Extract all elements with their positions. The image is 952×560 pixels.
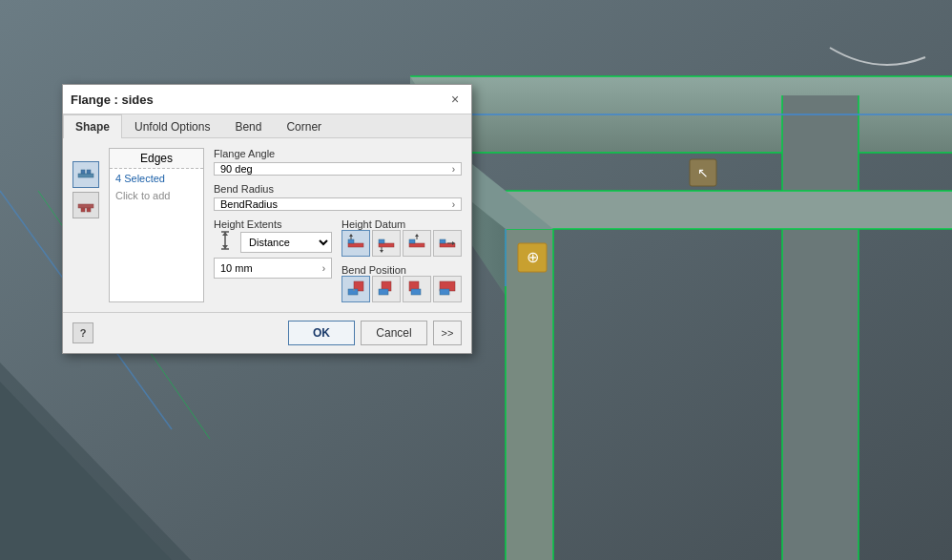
bend-radius-group: Bend Radius BendRadius ›	[214, 183, 462, 211]
svg-text:↖: ↖	[697, 165, 709, 180]
svg-rect-53	[348, 289, 358, 295]
bend-position-label: Bend Position	[341, 264, 462, 276]
svg-rect-45	[409, 239, 415, 243]
flange-angle-dropdown[interactable]: 90 deg ›	[214, 162, 462, 176]
svg-rect-58	[411, 289, 421, 295]
edges-panel: Edges 4 Selected Click to add	[109, 148, 204, 302]
bend-radius-value: BendRadius	[220, 198, 278, 210]
svg-rect-41	[379, 239, 384, 243]
height-value-input[interactable]: 10 mm ›	[214, 258, 332, 279]
svg-rect-30	[87, 208, 91, 212]
left-icon-panel	[72, 148, 99, 302]
height-icon	[214, 230, 237, 254]
close-button[interactable]: ×	[446, 91, 464, 108]
ok-button[interactable]: OK	[288, 321, 355, 345]
svg-marker-43	[380, 250, 383, 253]
middle-section: Height Extents Distan	[214, 218, 462, 302]
dialog-title: Flange : sides	[71, 93, 154, 107]
dialog-footer: ? OK Cancel >>	[63, 312, 471, 353]
dialog-titlebar: Flange : sides ×	[63, 85, 471, 114]
svg-rect-36	[348, 243, 363, 247]
svg-rect-56	[379, 289, 388, 295]
bend-position-section: Bend Position	[341, 264, 462, 302]
bend-radius-label: Bend Radius	[214, 183, 462, 195]
svg-rect-26	[81, 170, 85, 174]
svg-text:⊕: ⊕	[527, 249, 539, 265]
flange-type-button-2[interactable]	[72, 192, 99, 218]
bend-position-btn-2[interactable]	[372, 276, 401, 302]
bend-radius-dropdown[interactable]: BendRadius ›	[214, 197, 462, 211]
height-datum-btn-1[interactable]	[341, 230, 370, 257]
tab-shape[interactable]: Shape	[63, 114, 122, 138]
svg-marker-39	[349, 234, 353, 237]
dialog-body: Edges 4 Selected Click to add Flange Ang…	[63, 138, 471, 312]
bend-radius-arrow: ›	[452, 199, 455, 210]
svg-rect-25	[78, 174, 93, 177]
edges-header: Edges	[110, 149, 203, 169]
svg-rect-27	[87, 170, 91, 174]
edges-click-to-add[interactable]: Click to add	[110, 188, 203, 203]
height-extents-col: Height Extents Distan	[214, 218, 332, 302]
svg-rect-49	[440, 239, 445, 243]
tab-bend[interactable]: Bend	[222, 114, 274, 138]
flange-angle-group: Flange Angle 90 deg ›	[214, 148, 462, 176]
bend-position-btn-4[interactable]	[433, 276, 462, 302]
cancel-button[interactable]: Cancel	[361, 321, 427, 345]
flange-angle-value: 90 deg	[220, 163, 253, 175]
svg-marker-13	[506, 191, 952, 229]
height-datum-col: Height Datum	[341, 218, 462, 302]
bend-position-group	[341, 276, 462, 302]
flange-angle-arrow: ›	[452, 164, 455, 175]
svg-rect-29	[81, 208, 85, 212]
svg-rect-40	[379, 243, 394, 247]
svg-marker-7	[506, 229, 553, 560]
height-value-arrow: ›	[322, 263, 325, 274]
bend-position-btn-1[interactable]	[341, 276, 370, 302]
right-panel: Flange Angle 90 deg › Bend Radius BendRa…	[214, 148, 462, 302]
bend-position-btn-3[interactable]	[403, 276, 431, 302]
svg-marker-47	[415, 234, 419, 237]
help-button[interactable]: ?	[72, 322, 93, 343]
edges-selected-count: 4 Selected	[110, 169, 203, 188]
tab-bar: Shape Unfold Options Bend Corner	[63, 114, 471, 138]
height-extents-row: Distance To Extents From Extents	[214, 230, 332, 254]
svg-rect-44	[409, 243, 424, 247]
height-datum-btn-2[interactable]	[372, 230, 401, 257]
svg-rect-60	[440, 289, 449, 295]
tab-corner[interactable]: Corner	[274, 114, 334, 138]
height-value-text: 10 mm	[220, 262, 253, 274]
height-datum-btn-3[interactable]	[403, 230, 431, 257]
tab-unfold-options[interactable]: Unfold Options	[122, 114, 222, 138]
height-datum-group	[341, 230, 462, 257]
flange-type-button-1[interactable]	[72, 161, 99, 188]
flange-angle-label: Flange Angle	[214, 148, 462, 159]
svg-rect-28	[78, 204, 93, 208]
expand-button[interactable]: >>	[433, 321, 462, 345]
svg-rect-37	[348, 239, 354, 243]
height-extents-select[interactable]: Distance To Extents From Extents	[240, 232, 332, 253]
height-value-row: 10 mm ›	[214, 258, 332, 279]
height-datum-btn-4[interactable]	[433, 230, 462, 257]
height-extents-label: Height Extents	[214, 218, 332, 230]
dialog-window: Flange : sides × Shape Unfold Options Be…	[62, 84, 472, 354]
svg-marker-10	[782, 95, 859, 560]
height-datum-label: Height Datum	[341, 218, 462, 230]
